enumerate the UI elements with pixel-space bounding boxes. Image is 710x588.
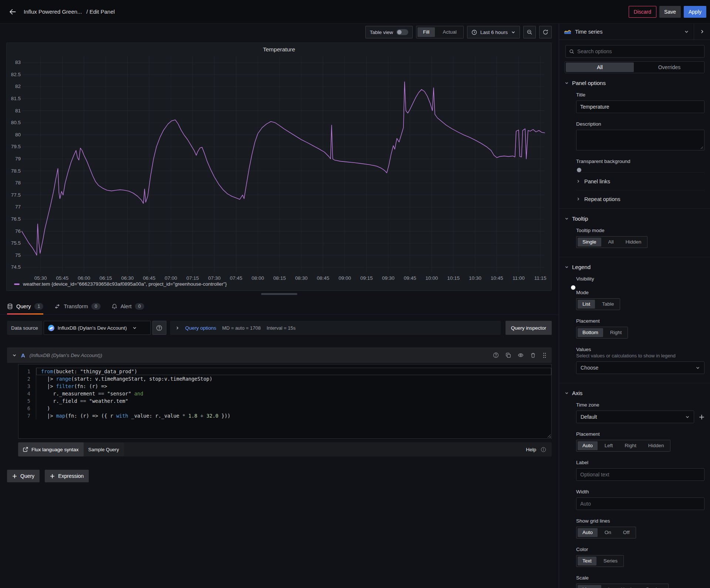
code-line-1[interactable]: 1from(bucket: "thingy_data_prod")	[18, 368, 551, 375]
flux-syntax-button[interactable]: Flux language syntax	[18, 442, 84, 456]
back-button[interactable]	[5, 4, 20, 19]
legend-swatch[interactable]	[14, 283, 20, 285]
axis-width-label: Width	[576, 489, 704, 494]
top-bar: Influx Powered Green... / Edit Panel Dis…	[0, 0, 710, 24]
query-options-strip[interactable]: Query options MD = auto = 1708 Interval …	[170, 321, 501, 335]
pane-resize-handle[interactable]	[261, 293, 297, 295]
viz-toolbar: Table view FillActual Last 6 hours	[0, 24, 559, 41]
option-list[interactable]: List	[578, 300, 595, 309]
option-symlog[interactable]: Symlog	[641, 585, 667, 588]
toggle-query-visibility-button[interactable]	[518, 352, 524, 358]
option-left[interactable]: Left	[600, 441, 618, 450]
editor-resize-corner[interactable]	[547, 434, 551, 438]
collapse-options-button[interactable]	[694, 24, 710, 40]
time-range-picker[interactable]: Last 6 hours	[467, 26, 520, 38]
tab-transform[interactable]: Transform 0	[54, 298, 100, 315]
refresh-button[interactable]	[539, 26, 552, 38]
query-help-button[interactable]	[493, 352, 499, 358]
option-right[interactable]: Right	[620, 441, 641, 450]
panel-description-textarea[interactable]	[576, 130, 704, 150]
options-search[interactable]	[565, 45, 704, 58]
breadcrumb-dashboard[interactable]: Influx Powered Green...	[24, 9, 82, 15]
save-button[interactable]: Save	[659, 6, 681, 18]
option-right[interactable]: Right	[605, 328, 627, 337]
time-series-chart[interactable]	[7, 43, 551, 290]
option-text[interactable]: Text	[578, 557, 596, 565]
chevron-down-icon	[565, 391, 569, 395]
code-line-5[interactable]: 5 r._field == "weather.tem"	[18, 397, 551, 405]
drag-handle[interactable]	[542, 352, 547, 358]
legend-values-label: Values	[576, 347, 704, 352]
table-view-toggle[interactable]	[396, 29, 408, 35]
chevron-down-icon	[696, 366, 700, 370]
option-hidden[interactable]: Hidden	[621, 238, 646, 247]
textarea-resize-corner[interactable]	[700, 146, 703, 149]
option-linear[interactable]: Linear	[578, 585, 601, 588]
repeat-options-label: Repeat options	[584, 196, 621, 202]
help-link[interactable]: Help	[526, 447, 536, 452]
option-auto[interactable]: Auto	[578, 441, 598, 450]
datasource-picker[interactable]: InfluxDB (Dylan's Dev Account)	[44, 321, 151, 335]
code-line-4[interactable]: 4 r._measurement == "sensor" and	[18, 390, 551, 397]
datasource-help-button[interactable]	[152, 321, 166, 335]
query-inspector-button[interactable]: Query inspector	[506, 321, 552, 335]
option-actual[interactable]: Actual	[437, 27, 462, 37]
tab-overrides[interactable]: Overrides	[635, 62, 703, 72]
add-timezone-button[interactable]	[699, 414, 704, 420]
legend-mode-segment: ListTable	[576, 298, 620, 310]
add-expression-button[interactable]: Expression	[45, 470, 89, 482]
option-hidden[interactable]: Hidden	[643, 441, 669, 450]
delete-query-button[interactable]	[530, 353, 536, 358]
legend-values-description: Select values or calculations to show in…	[576, 353, 704, 358]
code-line-2[interactable]: 2 |> range(start: v.timeRangeStart, stop…	[18, 375, 551, 383]
zoom-out-button[interactable]	[523, 26, 536, 38]
legend-series-label[interactable]: weather.tem {device_id="66623793658c93af…	[23, 281, 227, 287]
code-line-3[interactable]: 3 |> filter(fn: (r) =>	[18, 383, 551, 390]
legend-header[interactable]: Legend	[565, 264, 704, 270]
panel-title-input[interactable]	[576, 101, 704, 113]
tab-all[interactable]: All	[566, 62, 634, 72]
option-bottom[interactable]: Bottom	[578, 328, 603, 337]
option-single[interactable]: Single	[578, 238, 601, 247]
code-line-7[interactable]: 7 |> map(fn: (r) => ({ r with _value: r.…	[18, 412, 551, 419]
datasource-name: InfluxDB (Dylan's Dev Account)	[58, 325, 127, 331]
apply-button[interactable]: Apply	[684, 6, 706, 18]
flux-code-editor[interactable]: 1from(bucket: "thingy_data_prod")2 |> ra…	[18, 364, 552, 439]
duplicate-query-button[interactable]	[506, 353, 511, 358]
option-fill[interactable]: Fill	[417, 27, 435, 37]
option-auto[interactable]: Auto	[578, 528, 598, 537]
add-query-button[interactable]: Query	[7, 470, 40, 482]
discard-button[interactable]: Discard	[629, 6, 656, 18]
grid-lines-segment: AutoOnOff	[576, 527, 636, 538]
legend-values-select[interactable]: Choose	[576, 361, 704, 374]
axis-width-input[interactable]	[576, 497, 704, 510]
query-card-header[interactable]: A (InfluxDB (Dylan's Dev Account))	[7, 347, 552, 363]
option-series[interactable]: Series	[599, 557, 622, 565]
panel-options-header[interactable]: Panel options	[565, 80, 704, 86]
sample-query-button[interactable]: Sample Query	[84, 442, 124, 456]
add-actions-row: Query Expression	[7, 470, 552, 482]
option-logarithmic[interactable]: Logarithmic	[604, 585, 639, 588]
breadcrumb-edit-panel: / Edit Panel	[87, 9, 115, 15]
code-line-6[interactable]: 6 )	[18, 405, 551, 412]
visibility-label: Visibility	[576, 276, 704, 282]
info-circle-icon[interactable]	[541, 447, 546, 452]
chevron-down-icon	[685, 415, 690, 419]
repeat-options-row[interactable]: Repeat options	[576, 190, 704, 208]
option-all[interactable]: All	[604, 238, 619, 247]
tooltip-header[interactable]: Tooltip	[565, 215, 704, 222]
panel-links-row[interactable]: Panel links	[576, 172, 704, 190]
tab-query[interactable]: Query 1	[7, 298, 43, 315]
timezone-select[interactable]: Default	[576, 411, 694, 423]
axis-label-input[interactable]	[576, 468, 704, 481]
legend-placement-segment: BottomRight	[576, 327, 628, 339]
axis-header[interactable]: Axis	[565, 390, 704, 396]
chevron-down-icon	[565, 265, 569, 269]
option-off[interactable]: Off	[618, 528, 635, 537]
search-options-input[interactable]	[577, 48, 701, 54]
eye-icon	[518, 352, 524, 358]
tab-alert[interactable]: Alert 0	[112, 298, 144, 315]
option-table[interactable]: Table	[597, 300, 619, 309]
option-on[interactable]: On	[600, 528, 616, 537]
viz-type-button[interactable]: Time series	[559, 24, 694, 40]
